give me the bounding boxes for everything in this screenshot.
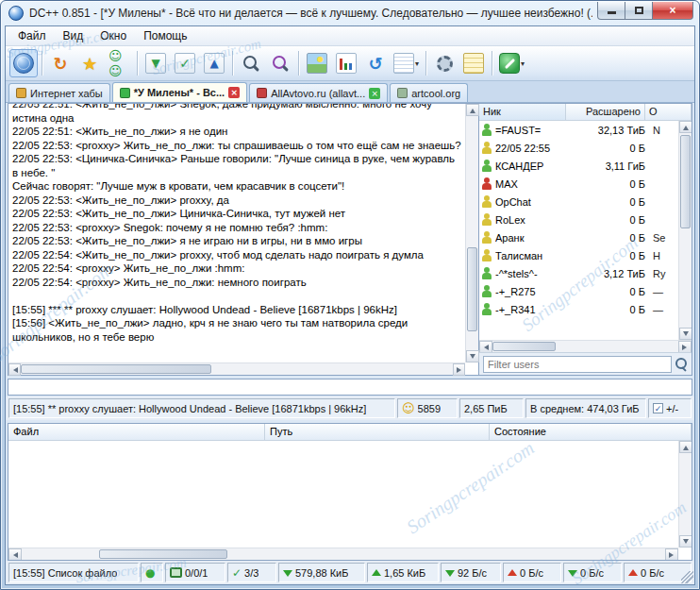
user-nick: =FAUST=: [495, 125, 565, 136]
scroll-track[interactable]: [679, 453, 692, 535]
search-spy-button[interactable]: [303, 49, 331, 77]
user-nick: КСАНДЕР: [495, 160, 565, 172]
user-online-icon: [481, 267, 492, 280]
adl-search-button[interactable]: [266, 49, 294, 77]
tab-artcool[interactable]: artcool.org: [390, 83, 468, 102]
finished-uploads-button[interactable]: [200, 49, 228, 77]
scroll-thumb[interactable]: [492, 342, 556, 351]
user-list-row[interactable]: Талисман0 БH: [479, 246, 678, 264]
transfers-horizontal-scrollbar[interactable]: [8, 548, 678, 560]
column-header-path[interactable]: Путь: [265, 424, 490, 441]
scroll-track[interactable]: [21, 363, 453, 375]
menu-item[interactable]: Окно: [92, 27, 135, 44]
download-queue-button[interactable]: [142, 49, 170, 77]
tab-u-mileny[interactable]: *У Милены* - Вс...×: [112, 82, 247, 102]
scroll-down-button[interactable]: [679, 328, 692, 340]
screenshot: DC++ 0.851 - [*У Милены* - Всё что ни де…: [0, 0, 700, 590]
finished-downloads-button[interactable]: [171, 49, 199, 77]
toolbar-separator: [232, 51, 233, 76]
client-area: ФайлВидОкноПомощь ▾▾ Интернет хабы*У Мил…: [5, 25, 695, 585]
scroll-left-button[interactable]: [8, 363, 21, 376]
scroll-up-button[interactable]: [679, 121, 692, 133]
user-list-row[interactable]: -+_R2750 Б—: [479, 282, 678, 300]
menu-item[interactable]: Помощь: [135, 27, 195, 44]
user-list-row[interactable]: =FAUST=32,13 ТиБN: [479, 121, 678, 139]
minimize-button[interactable]: [597, 2, 625, 20]
scroll-thumb[interactable]: [680, 135, 691, 228]
network-statistics-button[interactable]: [332, 49, 360, 77]
scroll-thumb[interactable]: [467, 247, 477, 331]
checkbox-checked-icon[interactable]: ✓: [653, 403, 663, 413]
user-desc: Se: [648, 232, 676, 244]
favorite-hubs-button[interactable]: [75, 49, 104, 77]
filter-users-input[interactable]: [483, 356, 672, 373]
toolbar-separator: [137, 51, 138, 76]
user-online-icon: [481, 285, 492, 298]
settings-button[interactable]: [430, 49, 458, 77]
close-button[interactable]: ×: [652, 2, 693, 20]
column-header-state[interactable]: Состояние: [490, 424, 692, 441]
status-text: В среднем: 474,03 ГиБ: [530, 403, 640, 414]
chat-vertical-scrollbar[interactable]: [465, 104, 478, 362]
column-header-file[interactable]: Файл: [8, 424, 265, 441]
tab-allavtovo[interactable]: AllAvtovo.ru (allavt...×: [249, 83, 388, 102]
hub-list-icon: [16, 88, 26, 98]
column-header-nick[interactable]: Ник: [479, 104, 566, 121]
user-list-row[interactable]: OpChat0 Б: [479, 193, 678, 211]
scroll-left-button[interactable]: [8, 548, 22, 561]
column-header-share[interactable]: Расшарено: [566, 104, 645, 121]
scroll-thumb[interactable]: [21, 364, 211, 374]
scroll-right-button[interactable]: [665, 548, 678, 561]
user-list-row[interactable]: Аранк0 БSe: [479, 228, 678, 246]
scroll-up-button[interactable]: [679, 441, 692, 453]
search-button[interactable]: [237, 49, 265, 77]
scroll-track[interactable]: [492, 341, 678, 352]
user-list-vertical-scrollbar[interactable]: [678, 121, 692, 340]
maximize-button[interactable]: [625, 2, 653, 20]
open-filelist-button[interactable]: ▾: [391, 49, 422, 77]
scroll-track[interactable]: [22, 548, 665, 560]
refresh-button[interactable]: [361, 49, 390, 77]
transfers-vertical-scrollbar[interactable]: [678, 441, 692, 548]
public-hubs-button[interactable]: [9, 49, 38, 77]
scroll-thumb[interactable]: [99, 549, 227, 559]
chat-horizontal-scrollbar[interactable]: [8, 362, 465, 375]
scroll-track[interactable]: [679, 133, 692, 328]
status-segment-uploaded: 1,65 КиБ: [367, 563, 439, 582]
user-nick: RoLex: [495, 214, 565, 226]
user-list-horizontal-scrollbar[interactable]: [479, 340, 692, 352]
user-list-row[interactable]: -+_R3410 Б—: [479, 300, 678, 318]
chat-message: истина одна: [12, 111, 461, 126]
user-list-row[interactable]: -^*stels^-3,12 ТиБRy: [479, 264, 678, 282]
user-desc: —: [648, 304, 676, 315]
quick-connect-button[interactable]: ▾: [496, 49, 527, 77]
scroll-track[interactable]: [466, 116, 478, 350]
resize-grip[interactable]: [681, 571, 693, 583]
menu-item[interactable]: Файл: [9, 27, 55, 44]
scroll-down-button[interactable]: [466, 350, 479, 362]
user-list-row[interactable]: MAX0 Б: [479, 175, 678, 193]
user-list-row[interactable]: 22/05 22:550 Б: [479, 139, 678, 157]
filter-users-bar: [479, 352, 692, 375]
column-header-desc[interactable]: О: [645, 104, 692, 121]
reconnect-button[interactable]: [46, 49, 75, 77]
user-list-row[interactable]: КСАНДЕР3,11 ГиБ: [479, 157, 678, 175]
tab-internet-hubs[interactable]: Интернет хабы: [8, 83, 110, 102]
title-bar[interactable]: DC++ 0.851 - [*У Милены* - Всё что ни де…: [1, 1, 699, 25]
scroll-down-button[interactable]: [679, 535, 692, 548]
menu-item[interactable]: Вид: [55, 27, 92, 44]
notepad-button[interactable]: [459, 49, 488, 77]
chat-input[interactable]: [8, 379, 692, 396]
arrow-left-icon: [10, 552, 18, 558]
search-icon[interactable]: [675, 358, 688, 370]
scroll-right-button[interactable]: [453, 363, 465, 376]
scroll-up-button[interactable]: [466, 104, 479, 116]
tab-close-icon[interactable]: ×: [228, 87, 240, 98]
queue-icon: [145, 53, 166, 74]
user-online-icon: [481, 303, 492, 316]
favorite-users-button[interactable]: [105, 49, 133, 77]
user-list-row[interactable]: RoLex0 Б: [479, 211, 678, 228]
chat-message: [15:56] <Жить_не_по_лжи> ладно, крч я не…: [12, 316, 461, 344]
tab-close-icon[interactable]: ×: [369, 88, 380, 99]
hub-icon: [397, 88, 408, 98]
